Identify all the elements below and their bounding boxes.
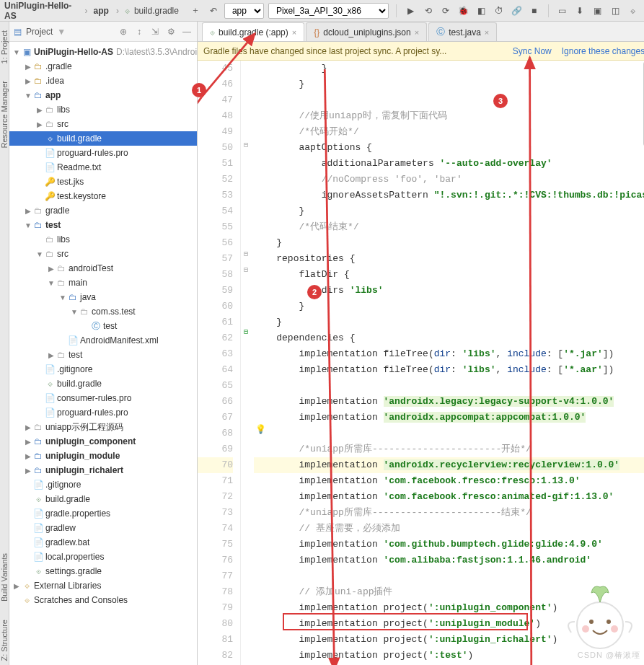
tree-main[interactable]: ▼🗀main: [9, 276, 197, 290]
tab-label: test.java: [449, 27, 481, 38]
avd-manager-icon[interactable]: ▭: [556, 4, 569, 18]
tab-label: build.gradle (:app): [219, 27, 288, 38]
tree-gradle-props[interactable]: 📄gradle.properties: [9, 506, 197, 521]
tab-label: dcloud_uniplugins.json: [323, 27, 410, 38]
close-icon[interactable]: ×: [292, 28, 296, 37]
tree-test-buildgradle[interactable]: ⟐build.gradle: [9, 376, 197, 391]
hide-icon[interactable]: —: [181, 26, 193, 38]
sync-message: Gradle files have changed since last pro…: [203, 46, 503, 56]
tree-test-test[interactable]: ▶🗀test: [9, 348, 197, 362]
fold-column[interactable]: ⊟⊟⊟⊟: [241, 61, 251, 665]
tree-testclass[interactable]: Ⓒtest: [9, 319, 197, 333]
gradle-sync-icon[interactable]: ⟐: [627, 4, 640, 18]
apply-changes-icon[interactable]: ⟲: [422, 4, 435, 18]
tree-idea[interactable]: ▶🗀.idea: [9, 74, 197, 88]
coverage-icon[interactable]: ◧: [475, 4, 488, 18]
top-toolbar: UniPlugin-Hello-AS › app › ⟐ build.gradl…: [0, 0, 644, 22]
attach-debugger-icon[interactable]: 🔗: [510, 4, 523, 18]
tree-manifest[interactable]: 📄AndroidManifest.xml: [9, 333, 197, 348]
tree-ext-libs[interactable]: ▶⟐External Libraries: [9, 578, 197, 593]
tab-test-java[interactable]: Ⓒtest.java×: [428, 22, 497, 41]
tree-readme[interactable]: 📄Readme.txt: [9, 160, 197, 175]
resource-manager-icon[interactable]: ◫: [609, 4, 622, 18]
tree-app-build-gradle[interactable]: ⟐build.gradle: [9, 131, 197, 146]
tree-app-src[interactable]: ▶🗀src: [9, 117, 197, 131]
editor-tabs: ⟐build.gradle (:app)× {}dcloud_uniplugin…: [198, 22, 644, 42]
breadcrumb-app[interactable]: app: [94, 6, 109, 16]
chevron-right-icon: ›: [85, 6, 88, 16]
collapse-icon[interactable]: ⇲: [149, 26, 161, 38]
sort-icon[interactable]: ↕: [133, 26, 145, 38]
tree-root-buildgradle[interactable]: ⟐build.gradle: [9, 492, 197, 506]
run-icon[interactable]: ▶: [404, 4, 417, 18]
tree-app[interactable]: ▼🗀app: [9, 88, 197, 102]
tree-testjks[interactable]: 🔑test.jks: [9, 175, 197, 189]
tree-root[interactable]: ▼▣UniPlugin-Hello-ASD:\latest\3.5.3\Andr…: [9, 45, 197, 59]
tree-uniplugin-component[interactable]: ▶🗀uniplugin_component: [9, 434, 197, 449]
tree-uniplugin-richalert[interactable]: ▶🗀uniplugin_richalert: [9, 463, 197, 477]
tree-gradlew-bat[interactable]: 📄gradlew.bat: [9, 535, 197, 550]
tree-test-gitignore[interactable]: 📄.gitignore: [9, 362, 197, 376]
tab-dcloud-json[interactable]: {}dcloud_uniplugins.json×: [306, 22, 427, 41]
tree-local-props[interactable]: 📄local.properties: [9, 550, 197, 564]
line-gutter[interactable]: 4546474849505152535455565758596061626364…: [198, 61, 241, 665]
tree-app-libs[interactable]: ▶🗀libs: [9, 102, 197, 117]
code-editor[interactable]: 4546474849505152535455565758596061626364…: [198, 61, 644, 665]
tab-project[interactable]: 1: Project: [0, 26, 9, 68]
project-tree[interactable]: ▼▣UniPlugin-Hello-ASD:\latest\3.5.3\Andr…: [9, 42, 197, 665]
java-icon: Ⓒ: [436, 26, 445, 38]
device-select[interactable]: Pixel_3a_API_30_x86: [268, 3, 389, 19]
tree-pkg[interactable]: ▼🗀com.ss.test: [9, 304, 197, 319]
code-content[interactable]: } } //使用uniapp时，需复制下面代码 /*代码开始*/ aaptOpt…: [251, 61, 644, 665]
breadcrumb-root[interactable]: UniPlugin-Hello-AS: [4, 1, 78, 21]
tree-testkeystore[interactable]: 🔑test.keystore: [9, 189, 197, 203]
stop-icon[interactable]: ■: [527, 4, 540, 18]
run-config-select[interactable]: app: [224, 3, 264, 19]
chevron-right-icon: ›: [116, 6, 119, 16]
tree-gitignore[interactable]: 📄.gitignore: [9, 477, 197, 492]
profiler-icon[interactable]: ⏱: [492, 4, 505, 18]
tree-test-libs[interactable]: 🗀libs: [9, 232, 197, 247]
tree-settings-gradle[interactable]: ⟐settings.gradle: [9, 564, 197, 578]
sync-now-link[interactable]: Sync Now: [513, 46, 552, 56]
sdk-manager-icon[interactable]: ⬇: [573, 4, 586, 18]
add-config-icon[interactable]: ＋: [189, 4, 202, 18]
left-tab-strip: 1: Project Resource Manager Build Varian…: [0, 22, 9, 665]
restart-icon[interactable]: ⟳: [439, 4, 452, 18]
tree-gradle[interactable]: ▶🗀gradle: [9, 203, 197, 218]
back-arrow-icon[interactable]: ↶: [206, 4, 219, 18]
tab-resource-manager[interactable]: Resource Manager: [0, 76, 9, 153]
tree-test-src[interactable]: ▼🗀src: [9, 247, 197, 261]
layout-inspector-icon[interactable]: ▣: [591, 4, 604, 18]
debug-icon[interactable]: 🐞: [456, 4, 469, 18]
tab-structure[interactable]: Z: Structure: [0, 615, 9, 665]
tree-androidtest[interactable]: ▶🗀androidTest: [9, 261, 197, 276]
json-icon: {}: [314, 27, 319, 38]
panel-title[interactable]: Project: [26, 27, 53, 37]
editor-area: ⟐build.gradle (:app)× {}dcloud_uniplugin…: [198, 22, 644, 665]
tab-build-variants[interactable]: Build Variants: [0, 549, 9, 606]
gear-icon[interactable]: ⚙: [165, 26, 177, 38]
target-icon[interactable]: ⊕: [118, 26, 129, 38]
close-icon[interactable]: ×: [415, 28, 419, 37]
close-icon[interactable]: ×: [485, 28, 489, 37]
tree-test[interactable]: ▼🗀test: [9, 218, 197, 232]
project-icon: ▤: [14, 27, 22, 37]
tree-gradle-hidden[interactable]: ▶🗀.gradle: [9, 59, 197, 74]
tree-uniapp-src[interactable]: ▶🗀uniapp示例工程源码: [9, 420, 197, 434]
project-panel: ▤ Project ▼ ⊕ ↕ ⇲ ⚙ — ▼▣UniPlugin-Hello-…: [9, 22, 198, 665]
tree-uniplugin-module[interactable]: ▶🗀uniplugin_module: [9, 449, 197, 463]
gradle-icon: ⟐: [125, 6, 130, 16]
tree-proguard[interactable]: 📄proguard-rules.pro: [9, 146, 197, 160]
tree-test-proguard[interactable]: 📄proguard-rules.pro: [9, 405, 197, 420]
gradle-icon: ⟐: [210, 27, 215, 38]
project-panel-header: ▤ Project ▼ ⊕ ↕ ⇲ ⚙ —: [9, 22, 197, 42]
tree-java[interactable]: ▼🗀java: [9, 290, 197, 304]
tree-scratches[interactable]: ⟐Scratches and Consoles: [9, 593, 197, 607]
tab-build-gradle[interactable]: ⟐build.gradle (:app)×: [202, 22, 304, 41]
ignore-changes-link[interactable]: Ignore these changes: [562, 46, 644, 56]
gradle-sync-bar: Gradle files have changed since last pro…: [198, 42, 644, 61]
tree-consumer[interactable]: 📄consumer-rules.pro: [9, 391, 197, 405]
breadcrumb-file[interactable]: build.gradle: [134, 6, 179, 16]
tree-gradlew[interactable]: 📄gradlew: [9, 521, 197, 535]
